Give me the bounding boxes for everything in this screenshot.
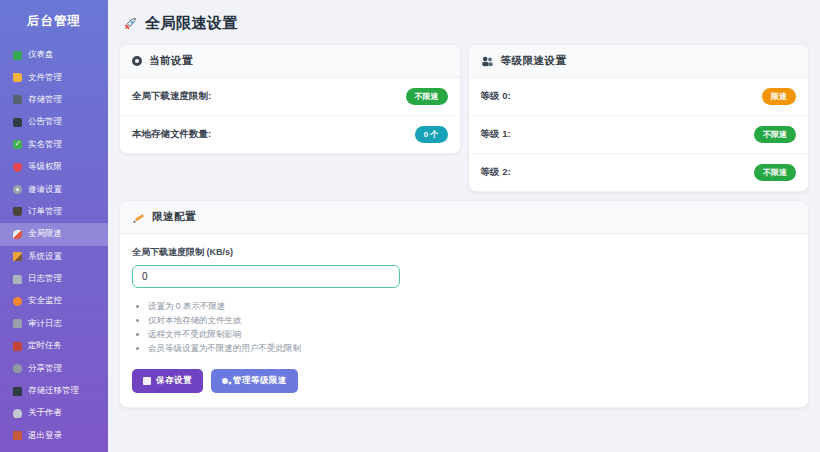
shield-icon — [13, 163, 22, 172]
sidebar-item-share-management[interactable]: 分享管理 — [0, 357, 108, 379]
stat-row-download-limit: 全局下载速度限制: 不限速 — [120, 78, 460, 115]
page-header: 全局限速设置 — [119, 9, 809, 44]
manage-level-limits-button[interactable]: 管理等级限速 — [211, 369, 298, 393]
app-title: 后台管理 — [0, 0, 108, 44]
config-card-header: 限速配置 — [120, 201, 808, 234]
book-icon — [13, 342, 22, 351]
sidebar-item-label: 分享管理 — [28, 363, 62, 375]
folder-icon — [13, 73, 22, 82]
sidebar-item-about-author[interactable]: 关于作者 — [0, 402, 108, 424]
level-settings-card-header: 等级限速设置 — [469, 45, 809, 78]
stat-row-level-0: 等级 0: 限速 — [469, 78, 809, 115]
stat-row-level-1: 等级 1: 不限速 — [469, 115, 809, 153]
card-title: 限速配置 — [152, 210, 196, 224]
sidebar-item-system-settings[interactable]: 系统设置 — [0, 246, 108, 268]
sidebar-item-storage-migration[interactable]: 存储迁移管理 — [0, 380, 108, 402]
save-button-label: 保存设置 — [156, 375, 192, 387]
sidebar-item-label: 定时任务 — [28, 340, 62, 352]
pencil-icon — [13, 252, 22, 261]
current-settings-card-header: 当前设置 — [120, 45, 460, 78]
sidebar-item-global-speed-limit[interactable]: 全局限速 — [0, 223, 108, 245]
sidebar-item-audit-log[interactable]: 审计日志 — [0, 313, 108, 335]
sidebar-item-label: 日志管理 — [28, 273, 62, 285]
sidebar-item-label: 存储迁移管理 — [28, 385, 79, 397]
page-title: 全局限速设置 — [145, 14, 238, 33]
stat-label: 本地存储文件数量: — [132, 128, 211, 141]
sidebar-item-label: 实名管理 — [28, 139, 62, 151]
sidebar-item-label: 关于作者 — [28, 407, 62, 419]
sidebar-item-label: 审计日志 — [28, 318, 62, 330]
stat-label: 等级 0: — [481, 90, 511, 103]
sidebar-item-label: 订单管理 — [28, 206, 62, 218]
laptop-icon — [13, 387, 22, 396]
sidebar-item-files[interactable]: 文件管理 — [0, 66, 108, 88]
rocket-icon — [122, 16, 138, 32]
card-title: 等级限速设置 — [501, 54, 567, 68]
announcement-icon — [13, 118, 22, 127]
save-icon — [143, 377, 151, 385]
status-badge: 不限速 — [406, 88, 448, 105]
stat-row-level-2: 等级 2: 不限速 — [469, 153, 809, 191]
sidebar-item-logs[interactable]: 日志管理 — [0, 268, 108, 290]
sidebar-item-logout[interactable]: 退出登录 — [0, 425, 108, 447]
stat-label: 等级 1: — [481, 128, 511, 141]
speed-limit-config-card: 限速配置 全局下载速度限制 (KB/s) 设置为 0 表示不限速 仅对本地存储的… — [119, 200, 809, 408]
sidebar-item-label: 安全监控 — [28, 295, 62, 307]
sidebar-item-invite-settings[interactable]: 邀请设置 — [0, 178, 108, 200]
card-title: 当前设置 — [149, 54, 193, 68]
stat-label: 全局下载速度限制: — [132, 90, 211, 103]
manage-button-label: 管理等级限速 — [233, 375, 287, 387]
config-actions: 保存设置 管理等级限速 — [132, 369, 796, 393]
sidebar-item-label: 公告管理 — [28, 116, 62, 128]
note-item: 远程文件不受此限制影响 — [148, 327, 796, 341]
sidebar-item-orders[interactable]: 订单管理 — [0, 201, 108, 223]
people-icon — [481, 56, 494, 67]
sidebar-item-label: 存储管理 — [28, 94, 62, 106]
document-icon — [13, 275, 22, 284]
logout-icon — [13, 431, 22, 440]
paperclip-icon — [13, 364, 22, 373]
save-settings-button[interactable]: 保存设置 — [132, 369, 203, 393]
config-notes: 设置为 0 表示不限速 仅对本地存储的文件生效 远程文件不受此限制影响 会员等级… — [137, 299, 796, 355]
sidebar-item-scheduled-tasks[interactable]: 定时任务 — [0, 335, 108, 357]
level-settings-card: 等级限速设置 等级 0: 限速 等级 1: 不限速 等级 2: 不限速 — [468, 44, 810, 192]
status-badge: 不限速 — [754, 164, 796, 181]
sidebar-item-realname[interactable]: 实名管理 — [0, 134, 108, 156]
stat-label: 等级 2: — [481, 166, 511, 179]
sidebar-item-label: 仪表盘 — [28, 49, 54, 61]
main-content: 全局限速设置 当前设置 全局下载速度限制: 不限速 本地存储文件数量: 0 个 — [108, 0, 820, 408]
sidebar-item-label: 等级权限 — [28, 161, 62, 173]
count-badge: 0 个 — [415, 126, 448, 143]
sidebar-nav: 仪表盘 文件管理 存储管理 公告管理 实名管理 等级权限 邀请设置 订单管理 — [0, 44, 108, 447]
rocket-icon — [13, 230, 22, 239]
gear-icon — [132, 56, 142, 66]
sidebar-item-label: 全局限速 — [28, 228, 62, 240]
sidebar-item-announcements[interactable]: 公告管理 — [0, 111, 108, 133]
gear-icon — [13, 185, 22, 194]
monitor-icon — [13, 297, 22, 306]
check-icon — [13, 140, 22, 149]
sidebar-item-security-monitor[interactable]: 安全监控 — [0, 290, 108, 312]
config-card-body: 全局下载速度限制 (KB/s) 设置为 0 表示不限速 仅对本地存储的文件生效 … — [120, 234, 808, 407]
sidebar-item-label: 退出登录 — [28, 430, 62, 442]
status-cards-row: 当前设置 全局下载速度限制: 不限速 本地存储文件数量: 0 个 等级限速设置 — [119, 44, 809, 192]
status-badge: 限速 — [762, 88, 796, 105]
download-limit-label: 全局下载速度限制 (KB/s) — [132, 246, 796, 259]
sidebar-item-level-permissions[interactable]: 等级权限 — [0, 156, 108, 178]
sidebar-item-dashboard[interactable]: 仪表盘 — [0, 44, 108, 66]
sidebar: 后台管理 仪表盘 文件管理 存储管理 公告管理 实名管理 等级权限 邀请设置 — [0, 0, 108, 452]
stat-row-local-file-count: 本地存储文件数量: 0 个 — [120, 115, 460, 153]
download-limit-input[interactable] — [132, 265, 400, 288]
sidebar-item-storage[interactable]: 存储管理 — [0, 89, 108, 111]
cart-icon — [13, 207, 22, 216]
pencil-icon — [132, 211, 145, 224]
note-item: 仅对本地存储的文件生效 — [148, 313, 796, 327]
people-icon — [222, 378, 228, 384]
current-settings-card: 当前设置 全局下载速度限制: 不限速 本地存储文件数量: 0 个 — [119, 44, 461, 154]
note-item: 会员等级设置为不限速的用户不受此限制 — [148, 341, 796, 355]
sidebar-item-label: 文件管理 — [28, 72, 62, 84]
person-icon — [13, 409, 22, 418]
dashboard-icon — [13, 51, 22, 60]
audit-log-icon — [13, 319, 22, 328]
status-badge: 不限速 — [754, 126, 796, 143]
